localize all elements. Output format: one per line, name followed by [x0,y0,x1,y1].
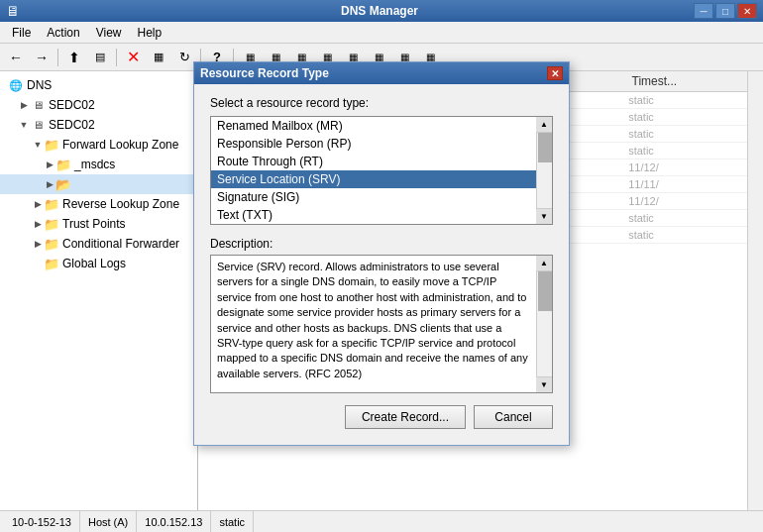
listbox-scrollbar[interactable]: ▲ ▼ [536,117,552,224]
dialog-title: Resource Record Type [200,66,329,80]
title-bar: 🖥 DNS Manager ─ □ ✕ [0,0,763,22]
scrollbar-thumb[interactable] [538,133,552,162]
desc-scrollbar[interactable]: ▲ ▼ [536,256,552,392]
description-label: Description: [210,237,553,251]
dialog-title-bar: Resource Record Type ✕ [194,62,569,84]
status-cell-4: static [211,511,254,532]
list-item-txt[interactable]: Text (TXT) [211,206,536,224]
dialog-body: Select a resource record type: Renamed M… [194,84,569,445]
scroll-up-arrow[interactable]: ▲ [536,117,552,133]
list-item-srv[interactable]: Service Location (SRV) [211,170,536,188]
status-cell-2: Host (A) [80,511,137,532]
description-text: Service (SRV) record. Allows administrat… [217,260,546,381]
minimize-button[interactable]: ─ [694,3,713,19]
dialog-close-button[interactable]: ✕ [547,66,563,80]
status-cell-3: 10.0.152.13 [137,511,211,532]
list-item-sig[interactable]: Signature (SIG) [211,188,536,206]
scroll-down-arrow[interactable]: ▼ [536,208,552,224]
resource-record-type-dialog: Resource Record Type ✕ Select a resource… [193,61,570,446]
list-item-rp[interactable]: Responsible Person (RP) [211,135,536,153]
close-button[interactable]: ✕ [737,3,757,19]
window-title: DNS Manager [65,4,694,18]
desc-scroll-up[interactable]: ▲ [536,256,552,271]
dialog-buttons: Create Record... Cancel [210,405,553,433]
create-record-button[interactable]: Create Record... [345,405,466,429]
status-cell-1: 10-0-152-13 [4,511,80,532]
cancel-button[interactable]: Cancel [474,405,553,429]
window-controls: ─ □ ✕ [694,3,757,19]
list-item-rt[interactable]: Route Through (RT) [211,153,536,170]
status-bar: 10-0-152-13 Host (A) 10.0.152.13 static [0,510,763,532]
desc-scroll-down[interactable]: ▼ [536,376,552,392]
dialog-overlay: Resource Record Type ✕ Select a resource… [0,22,763,510]
description-textbox: Service (SRV) record. Allows administrat… [210,255,553,393]
maximize-button[interactable]: □ [715,3,735,19]
desc-scrollbar-thumb[interactable] [538,271,552,311]
select-label: Select a resource record type: [210,96,553,110]
list-item-mr[interactable]: Renamed Mailbox (MR) [211,117,536,135]
record-type-listbox[interactable]: Renamed Mailbox (MR) Responsible Person … [210,116,553,225]
